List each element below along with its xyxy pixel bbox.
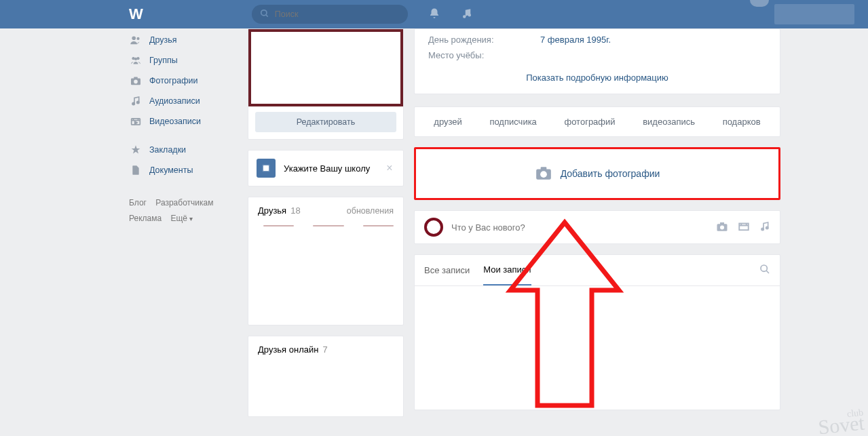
svg-point-26	[761, 265, 767, 271]
profile-counters: друзей подписчика фотографий видеозапись…	[414, 106, 780, 137]
friend-thumb[interactable]	[363, 225, 394, 226]
svg-point-12	[132, 102, 134, 104]
edit-profile-button[interactable]: Редактировать	[255, 112, 396, 132]
svg-point-8	[134, 58, 137, 60]
svg-rect-11	[134, 77, 138, 79]
counter-gifts[interactable]: подарков	[723, 117, 761, 127]
nav-label: Группы	[149, 56, 178, 65]
friends-title[interactable]: Друзья	[258, 205, 286, 216]
bell-icon[interactable]	[428, 7, 440, 22]
link-devs[interactable]: Разработчикам	[155, 198, 213, 207]
wall-search-icon[interactable]	[759, 264, 770, 277]
svg-point-3	[468, 14, 471, 17]
add-photos-button[interactable]: Добавить фотографии	[414, 147, 780, 200]
svg-rect-22	[720, 222, 724, 224]
birthday-value[interactable]: 7 февраля 1995г.	[540, 35, 611, 45]
post-avatar	[424, 218, 443, 237]
watermark: club Sovet	[816, 408, 865, 435]
study-label: Место учёбы:	[428, 50, 540, 60]
nav-label: Закладки	[149, 145, 186, 155]
school-icon	[257, 159, 276, 178]
search-input[interactable]	[275, 9, 381, 19]
nav-label: Аудиозаписи	[149, 96, 200, 106]
school-prompt-card: Укажите Вашу школу ×	[248, 150, 404, 186]
friends-avatars	[258, 225, 394, 226]
search-box[interactable]	[252, 5, 408, 24]
link-ads[interactable]: Реклама	[129, 214, 162, 223]
attach-video-icon[interactable]	[738, 221, 750, 234]
star-icon	[129, 144, 143, 155]
svg-point-24	[761, 228, 763, 230]
new-post-input[interactable]	[451, 222, 708, 233]
audio-icon	[129, 96, 143, 106]
friends-online-title[interactable]: Друзья онлайн	[258, 344, 318, 355]
user-menu[interactable]	[774, 4, 854, 24]
left-nav: Друзья Группы Фотографии Аудиозаписи Вид…	[129, 28, 238, 417]
camera-icon	[535, 165, 552, 182]
friends-updates-link[interactable]: обновления	[347, 206, 394, 216]
friend-thumb[interactable]	[313, 225, 343, 226]
profile-column: Редактировать Укажите Вашу школу × Друзь…	[248, 28, 404, 417]
counter-video[interactable]: видеозапись	[643, 117, 695, 127]
svg-point-2	[463, 15, 466, 18]
svg-rect-19	[540, 167, 546, 170]
friends-icon	[129, 35, 143, 45]
svg-line-1	[266, 14, 268, 16]
close-icon[interactable]: ×	[384, 162, 395, 174]
svg-point-25	[766, 226, 768, 229]
svg-rect-16	[263, 165, 269, 171]
nav-label: Фотографии	[149, 76, 197, 85]
svg-point-21	[720, 225, 724, 229]
add-photos-label: Добавить фотографии	[561, 168, 660, 179]
new-post-box[interactable]	[414, 210, 780, 244]
svg-line-27	[766, 271, 769, 273]
counter-friends[interactable]: друзей	[434, 117, 461, 127]
counter-photos[interactable]: фотографий	[564, 117, 615, 127]
friends-card: Друзья 18 обновления	[248, 197, 404, 325]
friends-count: 18	[290, 205, 300, 216]
svg-point-5	[136, 37, 139, 40]
header-avatar[interactable]	[750, 0, 769, 7]
svg-point-7	[136, 57, 139, 60]
post-attach-icons	[716, 221, 770, 234]
svg-point-18	[540, 171, 547, 178]
nav-label: Документы	[149, 165, 193, 175]
nav-photos[interactable]: Фотографии	[129, 71, 238, 91]
nav-docs[interactable]: Документы	[129, 160, 238, 180]
link-more[interactable]: Ещё	[170, 214, 192, 223]
profile-photo-card: Редактировать	[248, 28, 404, 140]
nav-groups[interactable]: Группы	[129, 50, 238, 71]
nav-video[interactable]: Видеозаписи	[129, 111, 238, 132]
footer-links: Блог Разработчикам Реклама Ещё	[129, 195, 238, 226]
attach-photo-icon[interactable]	[716, 221, 728, 234]
friends-online-card: Друзья онлайн 7	[248, 336, 404, 417]
nav-bookmarks[interactable]: Закладки	[129, 140, 238, 160]
tab-all-posts[interactable]: Все записи	[424, 256, 470, 285]
friends-online-count: 7	[322, 344, 327, 355]
nav-audio[interactable]: Аудиозаписи	[129, 91, 238, 111]
tab-my-posts[interactable]: Мои записи	[483, 255, 531, 285]
counter-subs[interactable]: подписчика	[489, 117, 536, 127]
link-blog[interactable]: Блог	[129, 198, 147, 207]
nav-friends[interactable]: Друзья	[129, 30, 238, 50]
nav-label: Видеозаписи	[149, 117, 201, 126]
svg-point-0	[261, 9, 267, 15]
friend-thumb[interactable]	[263, 225, 294, 226]
music-icon[interactable]	[461, 7, 473, 22]
show-more-info[interactable]: Показать подробную информацию	[428, 60, 766, 83]
wall-tabs-card: Все записи Мои записи	[414, 254, 780, 410]
svg-point-13	[137, 101, 139, 103]
nav-label: Друзья	[149, 35, 177, 45]
top-header: W	[0, 0, 868, 28]
vk-logo[interactable]: W	[129, 5, 143, 23]
profile-photo[interactable]	[248, 29, 403, 106]
doc-icon	[129, 165, 143, 176]
attach-audio-icon[interactable]	[759, 221, 770, 234]
camera-icon	[129, 76, 143, 85]
school-text: Укажите Вашу школу	[284, 163, 370, 174]
svg-rect-23	[739, 223, 749, 230]
video-icon	[129, 117, 143, 126]
svg-point-10	[134, 80, 138, 84]
header-icons	[428, 7, 473, 22]
birthday-label: День рождения:	[428, 35, 540, 45]
